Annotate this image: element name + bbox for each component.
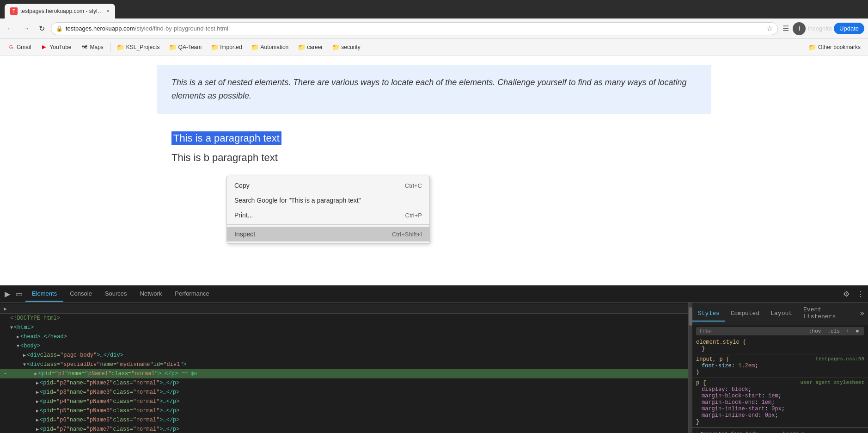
bookmarks-separator [110,43,110,52]
styles-filter-input[interactable] [700,328,807,334]
styles-panel: Styles Computed Layout Event Listeners »… [692,303,868,433]
update-button[interactable]: Update [834,23,864,34]
paragraph-1: This is a paragraph text [171,132,697,144]
dt-inspect-icon[interactable]: ▶ [2,290,13,298]
inherited-label: Inherited from body [696,429,761,433]
bookmark-qa[interactable]: 📁 QA-Team [165,42,206,53]
styles-expand-icon[interactable]: » [856,309,868,318]
highlighted-text: This is a paragraph text [171,131,281,145]
tab-event-listeners[interactable]: Event Listeners [798,303,856,325]
bookmark-security-label: security [341,44,360,50]
ctx-print-shortcut: Ctrl+P [405,212,422,219]
tab-performance[interactable]: Performance [168,286,215,302]
tab-network[interactable]: Network [134,286,169,302]
incognito-label: Incognito [807,25,832,32]
dom-p3[interactable]: ▶ <p id="p3" name="pName3" class="normal… [0,388,688,397]
other-bookmarks[interactable]: 📁 Other bookmarks [805,42,864,53]
input-p-rule: input, p { testpages.css:58 font-size: 1… [692,354,868,378]
bookmark-automation[interactable]: 📁 Automation [248,42,293,53]
dom-panel: ▶ <!DOCTYPE html> ▼ <html> [0,303,689,433]
expand-p1[interactable]: ▶ [35,371,37,377]
bookmark-star-icon[interactable]: ☆ [766,24,773,33]
tab-sources[interactable]: Sources [98,286,134,302]
tab-console[interactable]: Console [63,286,98,302]
bookmark-ksl[interactable]: 📁 KSL_Projects [113,42,164,53]
nav-right-controls: ☰ I Incognito Update [781,22,864,35]
other-bookmarks-label: Other bookmarks [818,44,861,50]
dom-body: ▼ <body> [0,341,688,351]
expand-body[interactable]: ▼ [17,343,19,350]
ctx-divider [227,224,429,225]
more-options-icon[interactable]: ⋮ [855,288,866,300]
dom-p2[interactable]: ▶ <p id="p2" name="pName2" class="normal… [0,378,688,388]
reload-button[interactable]: ↻ [35,22,48,35]
forward-button[interactable]: → [19,22,32,35]
cls-filter-btn[interactable]: .cls [825,328,841,334]
ctx-search-google[interactable]: Search Google for "This is a paragraph t… [227,193,429,208]
ctx-copy-shortcut: Ctrl+C [405,182,422,189]
back-button[interactable]: ← [4,22,17,35]
extensions-icon[interactable]: ☰ [781,22,791,35]
tab-computed[interactable]: Computed [725,306,765,322]
expand-p2[interactable]: ▶ [36,380,39,387]
dom-p5[interactable]: ▶ <p id="p5" name="pName5" class="normal… [0,406,688,415]
devtools: ▶ ▭ Elements Console Sources Network Per… [0,285,868,433]
dom-p4[interactable]: ▶ <p id="p4" name="pName4" class="normal… [0,397,688,406]
input-p-body: font-size: 1.2em; [696,363,864,369]
dom-p1[interactable]: • ▶ <p id="p1" name="pName1" class="norm… [0,369,688,378]
folder-icon: 📁 [251,43,259,51]
styles-tabs: Styles Computed Layout Event Listeners » [692,303,868,325]
p-ua-rule: p { user agent stylesheet display: block… [692,378,868,427]
inspect-style-btn[interactable]: ■ [854,328,861,334]
expand-page-body[interactable]: ▶ [23,352,26,359]
bookmark-youtube[interactable]: ▶ YouTube [37,42,75,53]
bookmark-imported[interactable]: 📁 Imported [207,42,245,53]
bookmark-gmail-label: Gmail [17,44,31,50]
expand-html[interactable]: ▼ [10,324,13,331]
dom-doctype: <!DOCTYPE html> [0,314,688,323]
dt-device-icon[interactable]: ▭ [13,290,25,298]
bookmark-gmail[interactable]: G Gmail [4,42,35,53]
ctx-inspect[interactable]: Inspect Ctrl+Shift+I [227,227,429,241]
bookmark-security[interactable]: 📁 security [328,42,364,53]
rule2-margin-inline-end: margin-inline-end: 0px; [702,412,864,419]
rule1-source: testpages.css:58 [815,356,864,362]
bookmarks-bar: G Gmail ▶ YouTube 🗺 Maps 📁 KSL_Projects … [0,39,868,56]
tab-close-btn[interactable]: × [106,8,110,14]
ctx-copy[interactable]: Copy Ctrl+C [227,178,429,193]
ctx-copy-label: Copy [234,182,250,189]
active-tab[interactable]: T testpages.herokuapp.com - styled/find-… [5,4,115,19]
add-style-btn[interactable]: + [844,328,851,334]
folder-icon: 📁 [332,43,339,51]
hov-filter-btn[interactable]: :hov [807,328,823,334]
expand-head[interactable]: ▶ [17,334,19,340]
settings-icon[interactable]: ⚙ [841,288,851,300]
dom-special-div: ▼ <div class="specialDiv" name="mydivnam… [0,360,688,369]
dom-scrollbar[interactable] [689,303,692,433]
tab-elements[interactable]: Elements [25,286,63,302]
ctx-print[interactable]: Print... Ctrl+P [227,208,429,223]
youtube-icon: ▶ [40,43,48,51]
dom-scrollbar-thumb[interactable] [689,307,692,326]
dom-p6[interactable]: ▶ <p id="p6" name="pName6" class="normal… [0,415,688,425]
info-box: This is a set of nested elements. There … [157,65,711,114]
bookmark-maps[interactable]: 🗺 Maps [77,42,107,53]
equals-sign: == $0 [182,370,197,378]
address-bar[interactable]: 🔒 testpages.herokuapp.com/styled/find-by… [51,22,778,35]
p-ua-body: display: block; margin-block-start: 1em;… [696,386,864,419]
tab-bar: T testpages.herokuapp.com - styled/find-… [0,0,868,19]
bookmark-career[interactable]: 📁 career [294,42,326,53]
dom-p7[interactable]: ▶ <p id="p7" name="pName7" class="normal… [0,425,688,433]
profile-button[interactable]: I [793,22,806,35]
info-text: This is a set of nested elements. There … [171,78,687,100]
paragraph-2: This is b paragraph text [171,152,697,164]
rule2-display: display: block; [702,386,864,393]
folder-icon: 📁 [211,43,218,51]
tab-styles[interactable]: Styles [692,306,725,322]
expand-special-div[interactable]: ▼ [23,361,26,368]
ctx-print-label: Print... [234,211,253,219]
dom-head: ▶ <head>…</head> [0,332,688,341]
tab-layout[interactable]: Layout [765,306,798,322]
browser-window: T testpages.herokuapp.com - styled/find-… [0,0,868,433]
tab-favicon: T [10,7,18,15]
